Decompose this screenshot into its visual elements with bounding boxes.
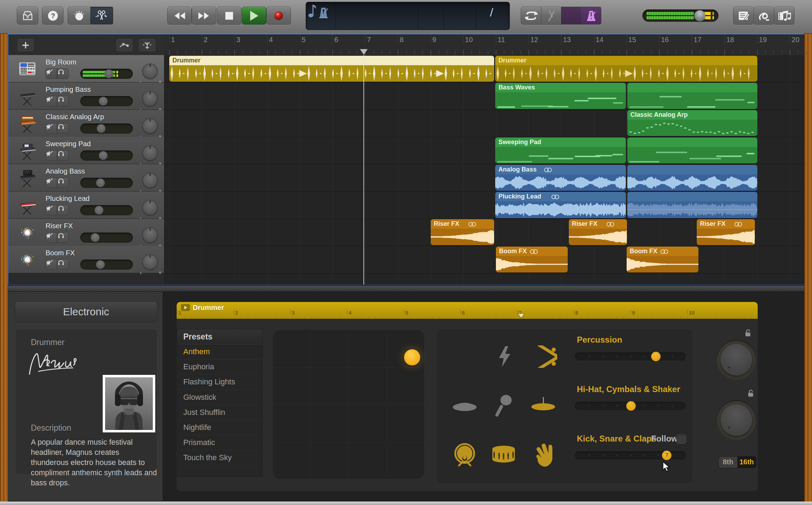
drum-slider[interactable] bbox=[575, 402, 685, 410]
editors-button[interactable] bbox=[90, 7, 113, 24]
track-header-analog-bass[interactable]: Analog Bass L R bbox=[8, 164, 164, 191]
catch-playhead-button[interactable] bbox=[138, 39, 156, 52]
solo-button[interactable] bbox=[57, 68, 69, 79]
mute-button[interactable] bbox=[46, 205, 57, 215]
track-volume-slider[interactable] bbox=[80, 260, 133, 270]
solo-button[interactable] bbox=[57, 123, 69, 134]
drum-slider-thumb[interactable] bbox=[626, 401, 636, 411]
pan-knob[interactable] bbox=[142, 145, 158, 161]
track-volume-slider[interactable] bbox=[80, 178, 133, 188]
track-header-pumping-bass[interactable]: Pumping Bass L R bbox=[8, 82, 164, 110]
fills-lock-icon[interactable] bbox=[744, 329, 751, 338]
preset-nightlife[interactable]: Nightlife bbox=[177, 420, 262, 435]
mute-button[interactable] bbox=[46, 259, 57, 270]
region-riser-fx[interactable]: Riser FX bbox=[697, 219, 755, 245]
lcd-key[interactable] bbox=[444, 2, 476, 30]
drum-icon-snare-drum[interactable] bbox=[491, 445, 517, 466]
mute-button[interactable] bbox=[46, 96, 57, 106]
drum-slider[interactable] bbox=[575, 352, 685, 361]
drum-icon-shaker[interactable] bbox=[495, 394, 512, 418]
track-volume-slider[interactable] bbox=[80, 233, 133, 243]
library-button-icon[interactable] bbox=[17, 7, 38, 25]
follow-checkbox[interactable] bbox=[676, 435, 686, 444]
track-volume-slider[interactable] bbox=[80, 123, 133, 134]
region-drummer[interactable]: Drummer bbox=[495, 56, 757, 82]
track-volume-thumb[interactable] bbox=[95, 206, 103, 215]
rewind-button[interactable] bbox=[167, 7, 192, 25]
region-part[interactable] bbox=[627, 165, 757, 191]
track-volume-slider[interactable] bbox=[80, 205, 133, 215]
swing-lock-icon[interactable] bbox=[747, 389, 754, 399]
pan-knob[interactable] bbox=[142, 227, 158, 243]
region-part[interactable] bbox=[627, 137, 757, 163]
editor-playhead-marker[interactable] bbox=[517, 313, 525, 318]
region-drummer[interactable]: Drummer bbox=[169, 56, 494, 82]
track-header-plucking-lead[interactable]: Plucking Lead L R bbox=[8, 191, 164, 219]
cycle-button[interactable] bbox=[521, 7, 541, 24]
solo-button[interactable] bbox=[57, 96, 69, 106]
stop-button[interactable] bbox=[217, 7, 241, 25]
note-pads-button[interactable] bbox=[733, 7, 754, 25]
track-volume-slider[interactable] bbox=[80, 69, 133, 79]
track-volume-thumb[interactable] bbox=[91, 233, 100, 242]
solo-button[interactable] bbox=[57, 150, 69, 161]
drum-icon-electricity[interactable] bbox=[495, 345, 514, 368]
tuner-button[interactable] bbox=[541, 7, 561, 24]
fills-knob[interactable] bbox=[716, 340, 756, 380]
automation-button[interactable] bbox=[116, 39, 133, 52]
mute-button[interactable] bbox=[46, 150, 57, 161]
timeline-ruler[interactable]: 1234567891011121314151617181920 bbox=[164, 34, 804, 55]
editor-region-header[interactable]: Drummer 1 2 3 4 5 6 7 8 9 10 bbox=[177, 302, 758, 319]
mute-button[interactable] bbox=[46, 68, 57, 79]
lcd-signature[interactable]: / bbox=[477, 2, 510, 30]
drum-icon-claps-hand[interactable] bbox=[532, 443, 554, 468]
pan-knob[interactable] bbox=[142, 63, 158, 79]
metronome-button[interactable] bbox=[581, 7, 601, 24]
master-volume-slider[interactable] bbox=[642, 9, 718, 22]
master-volume-thumb[interactable] bbox=[694, 10, 705, 21]
region-riser-fx[interactable]: Riser FX bbox=[431, 219, 494, 245]
playhead-marker[interactable] bbox=[360, 49, 368, 55]
solo-button[interactable] bbox=[57, 205, 69, 215]
pan-knob[interactable] bbox=[142, 91, 158, 106]
track-volume-thumb[interactable] bbox=[99, 97, 108, 106]
pan-knob[interactable] bbox=[142, 118, 158, 134]
xy-pad[interactable] bbox=[273, 330, 424, 479]
xy-pad-puck[interactable] bbox=[404, 349, 420, 365]
track-header-classic-analog-arp[interactable]: Classic Analog Arp L R bbox=[8, 110, 164, 137]
add-track-button[interactable] bbox=[17, 39, 34, 52]
region-part[interactable] bbox=[627, 83, 757, 109]
editor-play-icon[interactable] bbox=[181, 304, 190, 311]
track-volume-slider[interactable] bbox=[80, 96, 133, 106]
track-header-sweeping-pad[interactable]: Sweeping Pad L R bbox=[8, 137, 164, 164]
pan-knob[interactable] bbox=[142, 254, 158, 270]
swing-knob[interactable] bbox=[716, 400, 756, 440]
loop-browser-button[interactable] bbox=[753, 7, 774, 25]
play-button[interactable] bbox=[242, 7, 266, 25]
swing-division-segment[interactable]: 8th 16th bbox=[718, 456, 756, 468]
drum-icon-ride-cymbal[interactable] bbox=[530, 396, 556, 416]
solo-button[interactable] bbox=[57, 177, 69, 188]
drum-slider-thumb[interactable]: 7 bbox=[662, 451, 671, 460]
solo-button[interactable] bbox=[57, 232, 69, 243]
division-8th[interactable]: 8th bbox=[719, 457, 737, 468]
preset-just-shufflin[interactable]: Just Shufflin bbox=[177, 405, 262, 420]
mute-button[interactable] bbox=[46, 123, 57, 134]
track-header-riser-fx[interactable]: Riser FX L R bbox=[8, 219, 164, 246]
region-analog-bass[interactable]: Analog Bass bbox=[495, 165, 626, 191]
drum-slider-thumb[interactable] bbox=[651, 352, 661, 361]
smart-controls-button[interactable] bbox=[68, 7, 91, 24]
mute-button[interactable] bbox=[46, 232, 57, 243]
track-volume-thumb[interactable] bbox=[96, 179, 105, 187]
lcd-display[interactable]: / bbox=[306, 2, 510, 30]
window-divider[interactable] bbox=[8, 285, 804, 292]
track-header-big-room[interactable]: Big Room L R bbox=[8, 55, 164, 82]
track-volume-thumb[interactable] bbox=[97, 124, 105, 133]
preset-touch-the-sky[interactable]: Touch the Sky bbox=[177, 450, 262, 465]
forward-button[interactable] bbox=[192, 7, 216, 25]
lcd-position[interactable] bbox=[336, 2, 417, 30]
preset-flashing-lights[interactable]: Flashing Lights bbox=[177, 375, 262, 390]
track-volume-thumb[interactable] bbox=[104, 69, 113, 78]
solo-button[interactable] bbox=[57, 259, 69, 270]
lcd-tempo[interactable] bbox=[418, 2, 444, 30]
